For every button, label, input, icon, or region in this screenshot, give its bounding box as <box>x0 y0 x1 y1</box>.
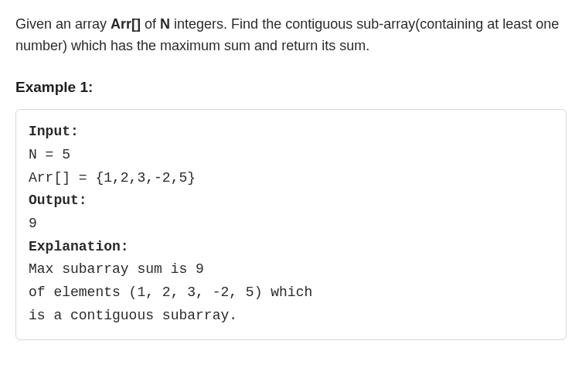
input-label: Input: <box>29 124 79 139</box>
output-label: Output: <box>29 193 87 208</box>
problem-bold-arr: Arr[] <box>111 16 141 32</box>
example-code-block: Input: N = 5 Arr[] = {1,2,3,-2,5} Output… <box>15 109 567 340</box>
problem-mid: of <box>141 16 160 32</box>
explanation-line-2: of elements (1, 2, 3, -2, 5) which <box>29 285 321 300</box>
explanation-line-1: Max subarray sum is 9 <box>29 261 204 277</box>
input-arr-line: Arr[] = {1,2,3,-2,5} <box>29 170 196 186</box>
problem-pre: Given an array <box>15 16 111 32</box>
output-value: 9 <box>29 216 37 231</box>
problem-bold-n: N <box>160 16 170 32</box>
problem-statement: Given an array Arr[] of N integers. Find… <box>15 14 567 57</box>
input-n-line: N = 5 <box>29 147 70 162</box>
example-heading: Example 1: <box>15 76 567 98</box>
explanation-label: Explanation: <box>29 239 129 254</box>
explanation-line-3: is a contiguous subarray. <box>29 308 237 323</box>
